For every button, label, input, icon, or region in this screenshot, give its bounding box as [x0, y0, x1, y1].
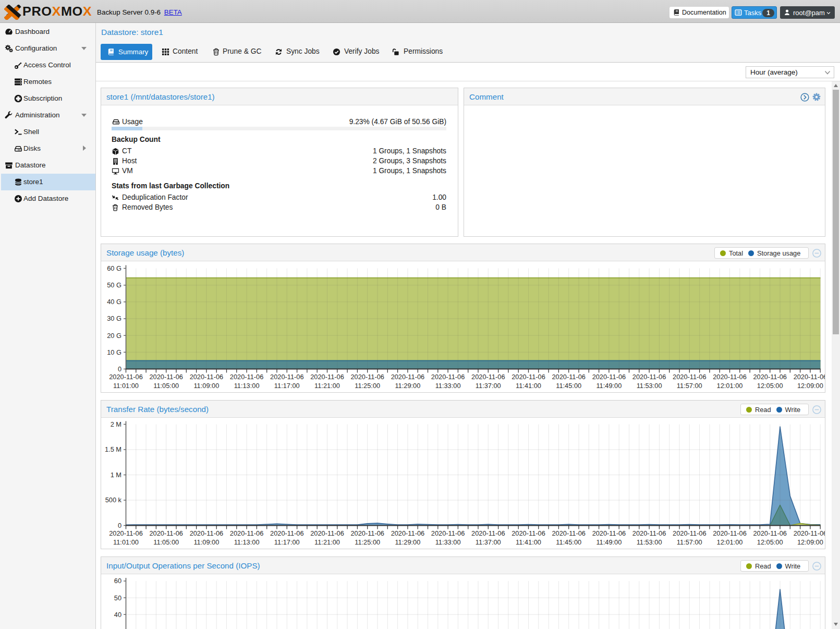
svg-text:30 G: 30 G [107, 314, 121, 322]
svg-text:11:49:00: 11:49:00 [596, 538, 622, 546]
svg-text:11:33:00: 11:33:00 [435, 382, 461, 390]
svg-text:11:57:00: 11:57:00 [677, 382, 702, 390]
svg-text:2020-11-06: 2020-11-06 [431, 373, 465, 381]
svg-text:12:09:00: 12:09:00 [797, 538, 823, 546]
svg-text:2020-11-06: 2020-11-06 [713, 373, 747, 381]
svg-text:2020-11-06: 2020-11-06 [552, 529, 586, 537]
svg-text:2020-11-06: 2020-11-06 [310, 373, 344, 381]
svg-text:12:01:00: 12:01:00 [717, 382, 743, 390]
svg-text:2020-11-06: 2020-11-06 [713, 529, 747, 537]
svg-text:2020-11-06: 2020-11-06 [794, 373, 825, 381]
svg-text:500 k: 500 k [105, 496, 122, 504]
svg-text:2020-11-06: 2020-11-06 [230, 373, 264, 381]
svg-text:11:53:00: 11:53:00 [637, 538, 662, 546]
svg-text:11:49:00: 11:49:00 [596, 382, 622, 390]
svg-text:2020-11-06: 2020-11-06 [270, 373, 304, 381]
svg-text:2020-11-06: 2020-11-06 [794, 529, 825, 537]
svg-text:2020-11-06: 2020-11-06 [512, 373, 545, 381]
svg-text:2020-11-06: 2020-11-06 [471, 529, 505, 537]
svg-text:11:41:00: 11:41:00 [516, 538, 541, 546]
svg-text:12:09:00: 12:09:00 [797, 382, 823, 390]
svg-text:2020-11-06: 2020-11-06 [391, 529, 425, 537]
svg-text:60: 60 [114, 577, 121, 585]
svg-text:2020-11-06: 2020-11-06 [149, 529, 183, 537]
svg-text:11:13:00: 11:13:00 [234, 538, 260, 546]
svg-text:2020-11-06: 2020-11-06 [190, 373, 224, 381]
svg-text:11:29:00: 11:29:00 [395, 538, 420, 546]
svg-text:2020-11-06: 2020-11-06 [552, 373, 586, 381]
svg-text:2 M: 2 M [111, 420, 121, 428]
svg-text:2020-11-06: 2020-11-06 [230, 529, 264, 537]
svg-text:11:33:00: 11:33:00 [435, 538, 461, 546]
svg-text:2020-11-06: 2020-11-06 [431, 529, 465, 537]
svg-text:12:05:00: 12:05:00 [757, 382, 783, 390]
svg-text:10 G: 10 G [107, 348, 121, 356]
svg-text:2020-11-06: 2020-11-06 [632, 373, 666, 381]
svg-text:11:25:00: 11:25:00 [355, 538, 380, 546]
svg-text:2020-11-06: 2020-11-06 [673, 373, 707, 381]
svg-text:11:37:00: 11:37:00 [476, 538, 501, 546]
svg-text:11:53:00: 11:53:00 [637, 382, 662, 390]
svg-text:11:05:00: 11:05:00 [153, 382, 179, 390]
svg-text:2020-11-06: 2020-11-06 [109, 373, 143, 381]
svg-text:11:45:00: 11:45:00 [556, 538, 581, 546]
svg-text:11:25:00: 11:25:00 [355, 382, 380, 390]
svg-text:2020-11-06: 2020-11-06 [109, 529, 143, 537]
svg-text:2020-11-06: 2020-11-06 [512, 529, 545, 537]
svg-text:2020-11-06: 2020-11-06 [471, 373, 505, 381]
svg-text:11:17:00: 11:17:00 [274, 382, 300, 390]
svg-text:11:41:00: 11:41:00 [516, 382, 541, 390]
svg-text:11:01:00: 11:01:00 [113, 538, 139, 546]
svg-text:1.5 M: 1.5 M [105, 445, 121, 453]
svg-text:40 G: 40 G [107, 298, 121, 306]
svg-text:50: 50 [114, 594, 121, 602]
svg-text:11:09:00: 11:09:00 [193, 382, 219, 390]
svg-text:60 G: 60 G [107, 264, 121, 272]
svg-text:2020-11-06: 2020-11-06 [310, 529, 344, 537]
svg-text:11:13:00: 11:13:00 [234, 382, 260, 390]
svg-text:20 G: 20 G [107, 332, 121, 340]
svg-text:2020-11-06: 2020-11-06 [190, 529, 224, 537]
svg-text:2020-11-06: 2020-11-06 [350, 529, 384, 537]
svg-text:11:05:00: 11:05:00 [153, 538, 179, 546]
svg-text:2020-11-06: 2020-11-06 [149, 373, 183, 381]
svg-text:2020-11-06: 2020-11-06 [592, 373, 626, 381]
svg-text:11:21:00: 11:21:00 [314, 382, 340, 390]
svg-text:0: 0 [118, 522, 121, 529]
svg-text:0: 0 [118, 365, 121, 373]
svg-text:11:45:00: 11:45:00 [556, 382, 581, 390]
svg-text:2020-11-06: 2020-11-06 [350, 373, 384, 381]
svg-text:11:21:00: 11:21:00 [314, 538, 340, 546]
svg-text:2020-11-06: 2020-11-06 [391, 373, 425, 381]
svg-text:1 M: 1 M [111, 471, 121, 479]
svg-text:50 G: 50 G [107, 281, 121, 289]
svg-text:11:37:00: 11:37:00 [476, 382, 501, 390]
svg-text:2020-11-06: 2020-11-06 [673, 529, 707, 537]
svg-text:11:57:00: 11:57:00 [677, 538, 702, 546]
svg-text:11:17:00: 11:17:00 [274, 538, 300, 546]
svg-text:2020-11-06: 2020-11-06 [270, 529, 304, 537]
svg-text:12:01:00: 12:01:00 [717, 538, 743, 546]
svg-text:11:01:00: 11:01:00 [113, 382, 139, 390]
svg-text:40: 40 [114, 611, 121, 619]
svg-text:2020-11-06: 2020-11-06 [632, 529, 666, 537]
svg-text:2020-11-06: 2020-11-06 [592, 529, 626, 537]
svg-text:2020-11-06: 2020-11-06 [753, 373, 787, 381]
svg-text:2020-11-06: 2020-11-06 [753, 529, 787, 537]
svg-text:12:05:00: 12:05:00 [757, 538, 783, 546]
svg-text:11:29:00: 11:29:00 [395, 382, 420, 390]
svg-text:11:09:00: 11:09:00 [193, 538, 219, 546]
